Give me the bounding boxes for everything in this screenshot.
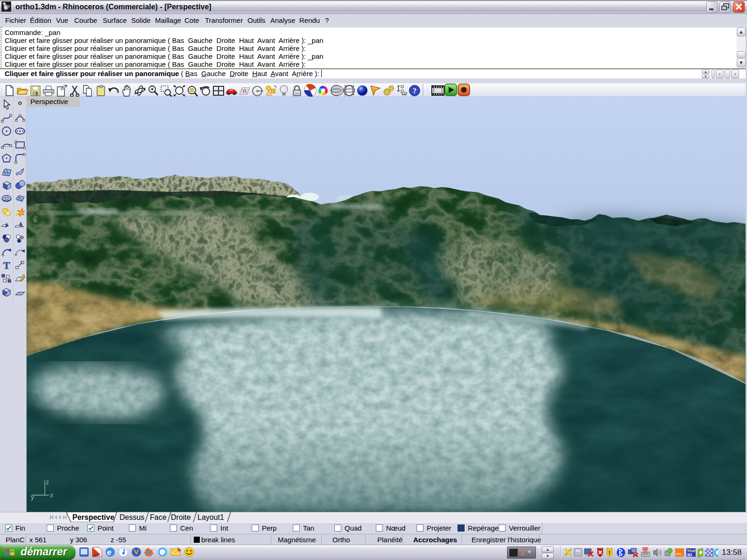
- svg-text:DXF: DXF: [94, 553, 101, 557]
- svg-text:Droite: Droite: [171, 513, 191, 521]
- svg-text:Perspective: Perspective: [72, 513, 114, 521]
- svg-text:e: e: [107, 548, 111, 557]
- svg-text:?: ?: [413, 86, 417, 95]
- svg-text:y: y: [31, 493, 34, 501]
- svg-text:Dessus: Dessus: [120, 513, 144, 521]
- svg-text:x: x: [50, 491, 53, 499]
- svg-text:z: z: [46, 478, 49, 486]
- svg-text:3D: 3D: [687, 553, 692, 557]
- svg-text:Layout1: Layout1: [197, 513, 224, 521]
- svg-text:T: T: [3, 259, 10, 271]
- svg-text:ora: ora: [676, 552, 681, 555]
- svg-text:Face: Face: [150, 513, 167, 521]
- svg-text:!: !: [608, 549, 610, 556]
